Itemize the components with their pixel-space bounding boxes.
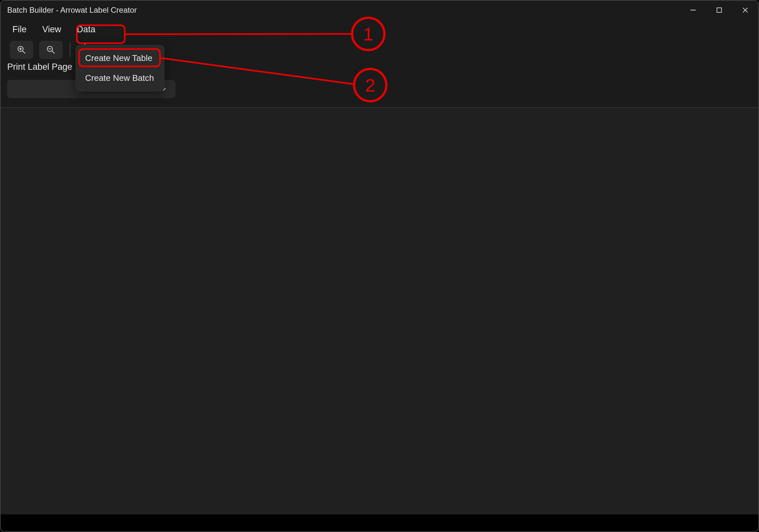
minimize-button[interactable] <box>680 1 706 19</box>
menu-view[interactable]: View <box>35 22 69 37</box>
zoom-in-button[interactable] <box>10 41 33 59</box>
close-button[interactable] <box>732 1 758 19</box>
toolbar-separator <box>70 43 70 57</box>
menu-file[interactable]: File <box>5 22 35 37</box>
menu-data[interactable]: Data <box>69 22 103 37</box>
minimize-icon <box>690 7 697 14</box>
svg-line-9 <box>52 51 55 54</box>
close-icon <box>742 7 749 14</box>
zoom-out-button[interactable] <box>39 41 62 59</box>
window-title: Batch Builder - Arrowat Label Creator <box>7 6 137 15</box>
print-label-page-label: Print Label Page <box>7 62 72 72</box>
maximize-icon <box>716 7 722 13</box>
zoom-out-icon <box>46 45 56 55</box>
zoom-in-icon <box>17 45 26 55</box>
data-menu-dropdown: Create New Table Create New Batch <box>76 45 164 91</box>
menu-item-create-new-batch[interactable]: Create New Batch <box>78 68 162 88</box>
svg-rect-1 <box>717 8 722 12</box>
menubar: File View Data <box>1 19 758 39</box>
window-controls <box>680 1 758 19</box>
svg-line-5 <box>22 51 25 54</box>
content-area <box>1 108 758 514</box>
titlebar: Batch Builder - Arrowat Label Creator <box>1 1 758 19</box>
app-window: Batch Builder - Arrowat Label Creator <box>0 0 759 532</box>
maximize-button[interactable] <box>706 1 732 19</box>
menu-item-create-new-table[interactable]: Create New Table <box>78 49 162 68</box>
